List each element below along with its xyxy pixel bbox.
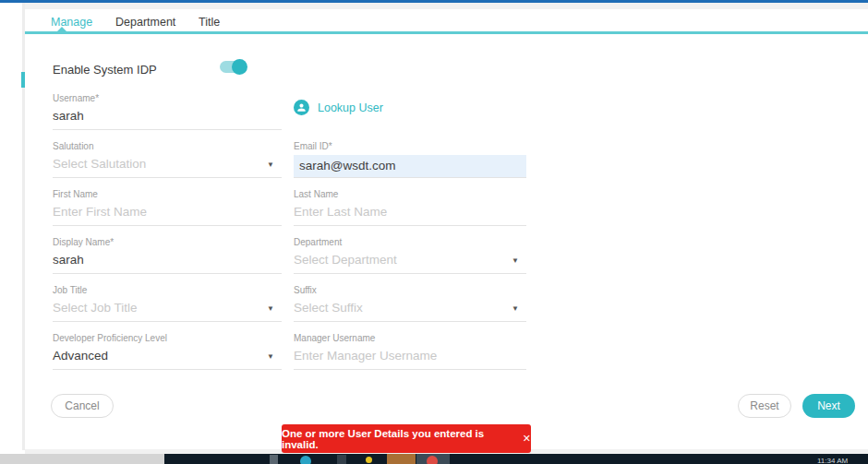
manager-username-placeholder: Enter Manager Username xyxy=(294,349,526,363)
email-label: Email ID* xyxy=(294,140,526,151)
error-toast-message: One or more User Details you entered is … xyxy=(282,428,514,450)
first-name-field[interactable]: First Name Enter First Name xyxy=(53,188,282,226)
manager-username-field[interactable]: Manager Username Enter Manager Username xyxy=(294,332,526,370)
email-value: sarah@wsdt.com xyxy=(294,155,526,177)
job-title-select[interactable]: Job Title Select Job Title ▼ xyxy=(53,284,282,322)
username-value: sarah xyxy=(53,109,282,123)
chevron-down-icon[interactable]: ▼ xyxy=(512,304,519,313)
chevron-down-icon[interactable]: ▼ xyxy=(267,304,274,313)
chevron-down-icon[interactable]: ▼ xyxy=(267,161,274,169)
tab-department[interactable]: Department xyxy=(115,16,175,29)
first-name-placeholder: Enter First Name xyxy=(53,205,282,219)
close-icon[interactable]: ✕ xyxy=(523,433,531,445)
taskbar-left-segment xyxy=(0,454,164,464)
tab-title[interactable]: Title xyxy=(199,16,220,29)
last-name-label: Last Name xyxy=(294,188,526,199)
taskbar-app-icon[interactable] xyxy=(366,457,372,463)
username-label: Username* xyxy=(53,92,282,103)
job-title-value: Select Job Title xyxy=(53,301,282,315)
screen: Manage Department Title Enable System ID… xyxy=(0,0,868,464)
taskbar-app-icon[interactable] xyxy=(300,456,311,464)
department-label: Department xyxy=(294,236,526,247)
display-name-value: sarah xyxy=(53,253,282,267)
last-name-field[interactable]: Last Name Enter Last Name xyxy=(294,188,526,226)
developer-proficiency-select[interactable]: Developer Proficiency Level Advanced ▼ xyxy=(53,332,282,370)
developer-proficiency-value: Advanced xyxy=(53,349,282,363)
chevron-down-icon[interactable]: ▼ xyxy=(267,352,274,361)
enable-system-idp-label: Enable System IDP xyxy=(53,63,157,77)
suffix-value: Select Suffix xyxy=(294,301,526,315)
toggle-knob xyxy=(232,59,247,75)
taskbar-app-icon[interactable] xyxy=(387,454,416,464)
job-title-label: Job Title xyxy=(53,284,282,295)
taskbar-clock: 11:34 AM xyxy=(817,457,848,464)
chevron-down-icon[interactable]: ▼ xyxy=(512,256,519,265)
suffix-label: Suffix xyxy=(294,284,526,295)
cancel-button[interactable]: Cancel xyxy=(51,394,114,418)
salutation-value: Select Salutation xyxy=(53,157,282,171)
email-field[interactable]: Email ID* sarah@wsdt.com xyxy=(294,140,526,178)
enable-system-idp-toggle[interactable] xyxy=(220,61,245,73)
taskbar-app-icon[interactable] xyxy=(427,456,438,464)
taskbar-app-icon[interactable] xyxy=(270,455,278,464)
suffix-select[interactable]: Suffix Select Suffix ▼ xyxy=(294,284,526,322)
username-field[interactable]: Username* sarah xyxy=(53,92,282,130)
salutation-select[interactable]: Salutation Select Salutation ▼ xyxy=(53,140,282,178)
taskbar-app-icon[interactable] xyxy=(337,455,346,464)
department-value: Select Department xyxy=(294,253,526,267)
last-name-placeholder: Enter Last Name xyxy=(294,205,526,219)
tab-underline xyxy=(25,31,868,34)
manager-username-label: Manager Username xyxy=(294,332,526,343)
error-toast: One or more User Details you entered is … xyxy=(282,424,531,453)
person-icon xyxy=(294,100,309,115)
display-name-label: Display Name* xyxy=(53,236,282,247)
department-select[interactable]: Department Select Department ▼ xyxy=(294,236,526,274)
display-name-field[interactable]: Display Name* sarah xyxy=(53,236,282,274)
salutation-label: Salutation xyxy=(53,140,282,151)
lookup-user-link[interactable]: Lookup User xyxy=(294,100,383,115)
reset-button[interactable]: Reset xyxy=(738,394,791,418)
windows-taskbar[interactable]: 11:34 AM xyxy=(164,454,868,464)
first-name-label: First Name xyxy=(53,188,282,199)
next-button[interactable]: Next xyxy=(802,394,855,418)
lookup-user-label: Lookup User xyxy=(318,101,383,114)
user-form-card: Manage Department Title Enable System ID… xyxy=(25,9,868,449)
developer-proficiency-label: Developer Proficiency Level xyxy=(53,332,282,343)
